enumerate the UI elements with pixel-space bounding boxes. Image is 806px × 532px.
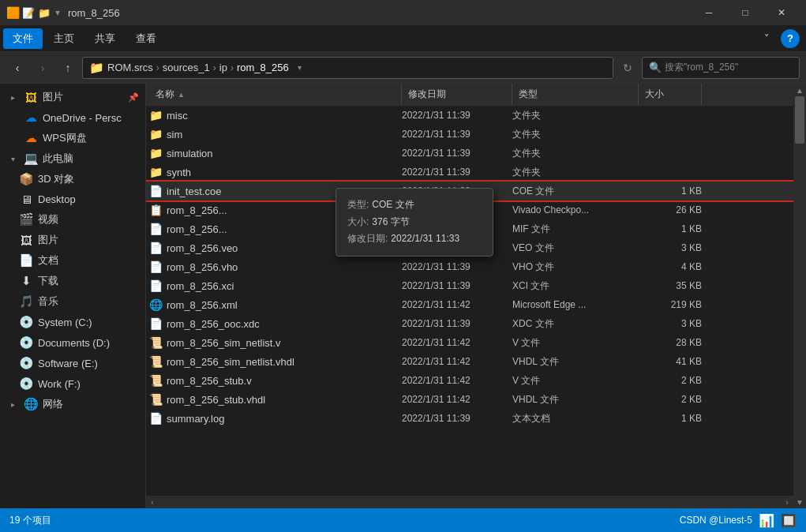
file-type-cell: VHDL 文件 <box>512 355 639 369</box>
crumb-current[interactable]: rom_8_256 <box>237 62 289 73</box>
address-bar[interactable]: 📁 ROM.srcs › sources_1 › ip › rom_8_256 … <box>82 57 613 79</box>
sidebar-item-thispc[interactable]: ▾ 💻 此电脑 <box>0 148 145 169</box>
sidebar-item-3dobjects[interactable]: 📦 3D 对象 <box>0 169 145 189</box>
col-date-label: 修改日期 <box>408 88 446 101</box>
scroll-down-button[interactable]: ▼ <box>793 496 806 508</box>
file-row[interactable]: 📁 synth 2022/1/31 11:39 文件夹 <box>146 163 793 182</box>
sidebar-label-images: 图片 <box>38 233 58 247</box>
file-row[interactable]: 📜 rom_8_256_sim_netlist.vhdl 2022/1/31 1… <box>146 352 793 371</box>
back-button[interactable]: ‹ <box>6 57 28 79</box>
sidebar-item-desktop[interactable]: 🖥 Desktop <box>0 189 145 209</box>
scroll-right-button[interactable]: › <box>781 496 793 508</box>
minimize-button[interactable]: ─ <box>691 0 727 25</box>
file-name-cell: 📜 rom_8_256_sim_netlist.v <box>149 336 402 349</box>
file-row[interactable]: 📄 rom_8_256.xci 2022/1/31 11:39 XCI 文件 3… <box>146 276 793 295</box>
file-date-cell: 2022/1/31 11:39 <box>402 167 512 178</box>
scroll-up-button[interactable]: ▲ <box>793 84 806 96</box>
sidebar-item-wps[interactable]: ▸ ☁ WPS网盘 <box>0 128 145 148</box>
file-date-cell: 2022/1/31 11:42 <box>402 375 512 386</box>
maximize-button[interactable]: □ <box>727 0 763 25</box>
file-row[interactable]: 📁 misc 2022/1/31 11:39 文件夹 <box>146 106 793 125</box>
status-count: 19 个项目 <box>9 514 673 527</box>
menu-view[interactable]: 查看 <box>126 28 166 49</box>
file-row[interactable]: 📄 rom_8_256.vho 2022/1/31 11:39 VHO 文件 4… <box>146 257 793 276</box>
sidebar-item-network[interactable]: ▸ 🌐 网络 <box>0 394 145 414</box>
col-header-name[interactable]: 名称 ▲ <box>149 84 402 105</box>
up-button[interactable]: ↑ <box>57 57 79 79</box>
tooltip-date-row: 修改日期: 2022/1/31 11:33 <box>347 230 482 248</box>
sidebar-item-workf[interactable]: 💿 Work (F:) <box>0 373 145 394</box>
file-tooltip: 类型: COE 文件 大小: 376 字节 修改日期: 2022/1/31 11… <box>336 188 493 257</box>
file-size-cell: 41 KB <box>639 356 702 367</box>
file-row[interactable]: 📄 init_test.coe 2022/1/31 11:33 COE 文件 1… <box>146 182 793 200</box>
menu-bar: 文件 主页 共享 查看 ˅ ? <box>0 25 806 52</box>
menu-file[interactable]: 文件 <box>3 28 43 49</box>
file-type-cell: VHDL 文件 <box>512 393 639 406</box>
file-row[interactable]: 📜 rom_8_256_sim_netlist.v 2022/1/31 11:4… <box>146 333 793 352</box>
scroll-left-button[interactable]: ‹ <box>146 496 159 508</box>
close-button[interactable]: ✕ <box>763 0 800 25</box>
forward-button[interactable]: › <box>32 57 54 79</box>
sidebar-item-music[interactable]: 🎵 音乐 <box>0 291 145 312</box>
file-name-cell: 📁 sim <box>149 128 402 140</box>
file-name-label: rom_8_256... <box>167 223 227 235</box>
file-type-cell: XDC 文件 <box>512 317 639 331</box>
file-row[interactable]: 📁 sim 2022/1/31 11:39 文件夹 <box>146 125 793 144</box>
file-name-label: rom_8_256.xml <box>167 299 238 311</box>
file-date-cell: 2022/1/31 11:39 <box>402 129 512 140</box>
col-header-type[interactable]: 类型 <box>512 84 639 105</box>
file-row[interactable]: 📜 rom_8_256_stub.v 2022/1/31 11:42 V 文件 … <box>146 371 793 390</box>
status-icon-2: 🔲 <box>781 513 797 528</box>
horizontal-scrollbar[interactable]: ‹ › <box>146 496 793 508</box>
search-placeholder: 搜索"rom_8_256" <box>665 61 738 74</box>
file-row[interactable]: 📄 rom_8_256_ooc.xdc 2022/1/31 11:39 XDC … <box>146 314 793 333</box>
crumb-romsrcs[interactable]: ROM.srcs <box>107 62 153 73</box>
sidebar-item-onedrive[interactable]: ▸ ☁ OneDrive - Persc <box>0 107 145 128</box>
file-type-cell: XCI 文件 <box>512 279 639 293</box>
help-button[interactable]: ? <box>781 29 800 48</box>
scroll-track-horizontal[interactable] <box>159 496 781 508</box>
file-date-cell: 2022/1/31 11:42 <box>402 356 512 367</box>
workf-icon: 💿 <box>19 377 33 391</box>
sidebar-label-documents: 文档 <box>38 253 58 268</box>
softwaree-icon: 💿 <box>19 356 33 370</box>
sidebar-item-downloads[interactable]: ⬇ 下载 <box>0 271 145 291</box>
file-row[interactable]: 📄 summary.log 2022/1/31 11:39 文本文档 1 KB <box>146 409 793 428</box>
menu-expand-button[interactable]: ˅ <box>755 28 778 50</box>
sidebar-item-documentsd[interactable]: 💿 Documents (D:) <box>0 332 145 353</box>
title-dropdown-arrow[interactable]: ▾ <box>55 7 60 18</box>
file-date-cell: 2022/1/31 11:39 <box>402 148 512 159</box>
sidebar-item-systemc[interactable]: 💿 System (C:) <box>0 312 145 332</box>
search-bar[interactable]: 🔍 搜索"rom_8_256" <box>642 57 800 79</box>
sidebar-item-softwaree[interactable]: 💿 Software (E:) <box>0 353 145 373</box>
file-type-cell: Microsoft Edge ... <box>512 299 639 310</box>
vertical-scrollbar[interactable]: ▲ ▼ <box>793 84 806 508</box>
address-dropdown-button[interactable]: ▾ <box>292 57 308 79</box>
file-icon: 📄 <box>149 242 162 254</box>
file-row[interactable]: 🌐 rom_8_256.xml 2022/1/31 11:42 Microsof… <box>146 295 793 314</box>
crumb-sources1[interactable]: sources_1 <box>163 62 210 73</box>
expand-icon: ▸ <box>6 91 19 103</box>
file-date-cell: 2022/1/31 11:39 <box>402 110 512 121</box>
menu-home[interactable]: 主页 <box>44 28 84 49</box>
sidebar-item-documents[interactable]: 📄 文档 <box>0 250 145 271</box>
file-name-label: simulation <box>167 148 213 159</box>
file-name-cell: 📁 simulation <box>149 147 402 159</box>
tooltip-type-label: 类型: <box>347 197 369 214</box>
crumb-ip[interactable]: ip <box>219 62 227 73</box>
col-header-size[interactable]: 大小 <box>639 84 702 105</box>
refresh-button[interactable]: ↻ <box>617 57 639 79</box>
sidebar-item-videos[interactable]: 🎬 视频 <box>0 209 145 230</box>
menu-share[interactable]: 共享 <box>85 28 125 49</box>
scroll-track-vertical[interactable] <box>793 96 806 496</box>
file-date-cell: 2022/1/31 11:39 <box>402 261 512 272</box>
file-row[interactable]: 📜 rom_8_256_stub.vhdl 2022/1/31 11:42 VH… <box>146 390 793 409</box>
tooltip-type-value: COE 文件 <box>372 197 414 214</box>
sidebar-item-images[interactable]: 🖼 图片 <box>0 230 145 250</box>
file-row[interactable]: 📁 simulation 2022/1/31 11:39 文件夹 <box>146 144 793 163</box>
scroll-thumb[interactable] <box>795 96 804 144</box>
images-icon: 🖼 <box>19 234 33 247</box>
sidebar-item-pictures[interactable]: ▸ 🖼 图片 📌 <box>0 87 145 107</box>
file-icon: 📄 <box>149 185 162 197</box>
col-header-date[interactable]: 修改日期 <box>402 84 512 105</box>
